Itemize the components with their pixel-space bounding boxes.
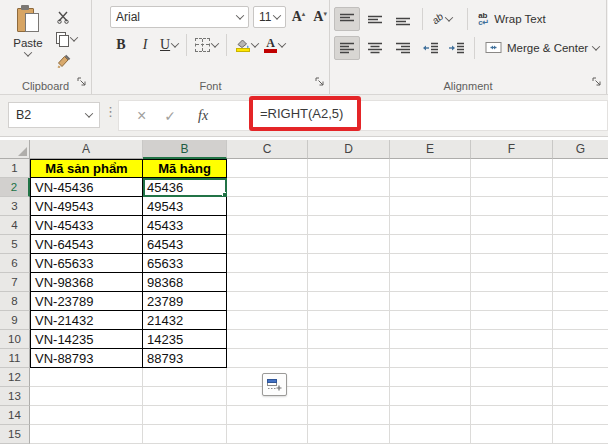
cell-B5[interactable]: 64543 bbox=[143, 235, 227, 254]
cell-E15[interactable] bbox=[390, 425, 471, 444]
orientation-button[interactable]: ab bbox=[429, 13, 455, 24]
column-header-B[interactable]: B bbox=[143, 140, 227, 159]
font-dialog-launcher[interactable] bbox=[315, 73, 325, 91]
row-header-6[interactable]: 6 bbox=[0, 254, 30, 273]
cell-D4[interactable] bbox=[308, 216, 390, 235]
cell-A15[interactable] bbox=[30, 425, 143, 444]
row-header-7[interactable]: 7 bbox=[0, 273, 30, 292]
cell-A12[interactable] bbox=[30, 368, 143, 387]
cell-G5[interactable] bbox=[553, 235, 608, 254]
row-header-11[interactable]: 11 bbox=[0, 349, 30, 368]
cell-G7[interactable] bbox=[553, 273, 608, 292]
cell-F1[interactable] bbox=[471, 159, 553, 178]
cell-B9[interactable]: 21432 bbox=[143, 311, 227, 330]
cell-E11[interactable] bbox=[390, 349, 471, 368]
cell-D8[interactable] bbox=[308, 292, 390, 311]
cell-A5[interactable]: VN-64543 bbox=[30, 235, 143, 254]
underline-button[interactable]: U bbox=[158, 34, 180, 56]
cell-D5[interactable] bbox=[308, 235, 390, 254]
cell-A10[interactable]: VN-14235 bbox=[30, 330, 143, 349]
cell-F2[interactable] bbox=[471, 178, 553, 197]
fill-color-button[interactable] bbox=[233, 34, 260, 56]
cell-C5[interactable] bbox=[227, 235, 308, 254]
borders-button[interactable] bbox=[193, 34, 220, 56]
align-center-button[interactable] bbox=[362, 36, 388, 60]
cell-E13[interactable] bbox=[390, 387, 471, 406]
cell-G6[interactable] bbox=[553, 254, 608, 273]
column-header-A[interactable]: A bbox=[30, 140, 143, 159]
cell-D7[interactable] bbox=[308, 273, 390, 292]
cell-B6[interactable]: 65633 bbox=[143, 254, 227, 273]
column-header-E[interactable]: E bbox=[390, 140, 471, 159]
wrap-text-button[interactable]: abc↵ Wrap Text bbox=[474, 7, 550, 31]
name-box[interactable]: B2 bbox=[8, 102, 100, 128]
font-color-button[interactable]: A bbox=[262, 34, 287, 56]
cell-F9[interactable] bbox=[471, 311, 553, 330]
cell-F12[interactable] bbox=[471, 368, 553, 387]
cell-E6[interactable] bbox=[390, 254, 471, 273]
cancel-button[interactable]: × bbox=[137, 107, 146, 125]
cell-G11[interactable] bbox=[553, 349, 608, 368]
cell-C8[interactable] bbox=[227, 292, 308, 311]
cell-A13[interactable] bbox=[30, 387, 143, 406]
cell-A1[interactable]: Mã sản phẩm bbox=[30, 159, 143, 178]
column-header-D[interactable]: D bbox=[308, 140, 390, 159]
cell-D1[interactable] bbox=[308, 159, 390, 178]
font-name-combobox[interactable]: Arial bbox=[110, 6, 249, 28]
cell-B10[interactable]: 14235 bbox=[143, 330, 227, 349]
cell-A3[interactable]: VN-49543 bbox=[30, 197, 143, 216]
cell-G14[interactable] bbox=[553, 406, 608, 425]
cell-F10[interactable] bbox=[471, 330, 553, 349]
cell-F6[interactable] bbox=[471, 254, 553, 273]
cell-E14[interactable] bbox=[390, 406, 471, 425]
cell-A14[interactable] bbox=[30, 406, 143, 425]
cell-D3[interactable] bbox=[308, 197, 390, 216]
cell-C4[interactable] bbox=[227, 216, 308, 235]
cell-E12[interactable] bbox=[390, 368, 471, 387]
cell-F4[interactable] bbox=[471, 216, 553, 235]
paste-button[interactable]: Paste bbox=[6, 5, 50, 71]
cut-button[interactable] bbox=[56, 8, 77, 26]
cell-B11[interactable]: 88793 bbox=[143, 349, 227, 368]
cell-A9[interactable]: VN-21432 bbox=[30, 311, 143, 330]
alignment-dialog-launcher[interactable] bbox=[592, 73, 602, 91]
cell-C9[interactable] bbox=[227, 311, 308, 330]
italic-button[interactable]: I bbox=[134, 34, 156, 56]
cell-E7[interactable] bbox=[390, 273, 471, 292]
cell-B2[interactable]: 45436 bbox=[143, 178, 227, 197]
row-header-3[interactable]: 3 bbox=[0, 197, 30, 216]
cell-C14[interactable] bbox=[227, 406, 308, 425]
cell-E5[interactable] bbox=[390, 235, 471, 254]
cell-G15[interactable] bbox=[553, 425, 608, 444]
format-painter-button[interactable] bbox=[56, 52, 77, 70]
cell-E8[interactable] bbox=[390, 292, 471, 311]
cell-D11[interactable] bbox=[308, 349, 390, 368]
cell-E1[interactable] bbox=[390, 159, 471, 178]
grow-font-button[interactable]: A▴ bbox=[290, 9, 308, 25]
insert-function-button[interactable]: fx bbox=[198, 108, 208, 124]
cell-F13[interactable] bbox=[471, 387, 553, 406]
cell-E2[interactable] bbox=[390, 178, 471, 197]
cell-B8[interactable]: 23789 bbox=[143, 292, 227, 311]
cell-B4[interactable]: 45433 bbox=[143, 216, 227, 235]
row-header-15[interactable]: 15 bbox=[0, 425, 30, 444]
cell-A8[interactable]: VN-23789 bbox=[30, 292, 143, 311]
cell-D14[interactable] bbox=[308, 406, 390, 425]
cell-B13[interactable] bbox=[143, 387, 227, 406]
align-left-button[interactable] bbox=[334, 36, 360, 60]
cell-D9[interactable] bbox=[308, 311, 390, 330]
cell-F15[interactable] bbox=[471, 425, 553, 444]
cell-E3[interactable] bbox=[390, 197, 471, 216]
cell-A7[interactable]: VN-98368 bbox=[30, 273, 143, 292]
row-header-10[interactable]: 10 bbox=[0, 330, 30, 349]
cell-B3[interactable]: 49543 bbox=[143, 197, 227, 216]
font-size-combobox[interactable]: 11 bbox=[253, 6, 286, 28]
cell-B15[interactable] bbox=[143, 425, 227, 444]
cell-B7[interactable]: 98368 bbox=[143, 273, 227, 292]
cell-G1[interactable] bbox=[553, 159, 608, 178]
cell-G10[interactable] bbox=[553, 330, 608, 349]
cell-B14[interactable] bbox=[143, 406, 227, 425]
formula-input[interactable]: =RIGHT(A2,5) bbox=[253, 106, 343, 121]
formula-bar-handle[interactable]: ⋮ bbox=[104, 104, 117, 119]
cell-G12[interactable] bbox=[553, 368, 608, 387]
